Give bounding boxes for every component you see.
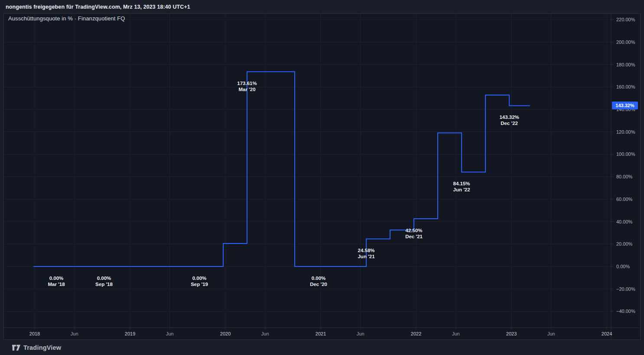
time-axis-tick: 2024 — [602, 331, 612, 337]
time-axis-tick: 2022 — [411, 331, 421, 337]
chart-pane[interactable] — [3, 13, 611, 328]
price-axis-tick: 180.00% — [616, 62, 635, 68]
topbar-attribution-text: nongentis freigegeben für TradingView.co… — [6, 4, 190, 10]
current-value-text: 143.32% — [615, 103, 634, 108]
price-axis-tick: 200.00% — [616, 39, 635, 45]
footer-brand-text: TradingView — [23, 344, 61, 351]
tradingview-logo-icon — [12, 345, 20, 351]
price-axis-tick: 120.00% — [616, 129, 635, 135]
price-axis-tick: 160.00% — [616, 84, 635, 90]
time-axis-tick: 2020 — [220, 331, 231, 337]
time-axis-tick: 2023 — [506, 331, 517, 337]
price-axis-tick: 100.00% — [616, 151, 635, 157]
price-axis-tick: −40.00% — [616, 308, 635, 314]
price-axis-tick: 0.00% — [616, 263, 630, 270]
time-axis-tick: Jun — [452, 331, 460, 337]
price-axis-tick: 40.00% — [616, 219, 632, 225]
topbar: nongentis freigegeben für TradingView.co… — [0, 0, 644, 13]
price-axis-tick: 80.00% — [616, 174, 632, 180]
price-axis-tick: 220.00% — [616, 16, 635, 23]
time-axis-tick: 2018 — [29, 331, 40, 337]
time-axis-tick: Jun — [261, 331, 269, 337]
price-axis-tick: 60.00% — [616, 196, 632, 202]
price-axis-tick: −20.00% — [616, 286, 635, 292]
time-axis-tick: Jun — [547, 331, 555, 337]
current-value-badge: 143.32% — [612, 102, 638, 109]
price-axis-tick: 20.00% — [616, 241, 632, 247]
footer[interactable]: TradingView — [12, 343, 61, 352]
time-axis-tick: Jun — [357, 331, 364, 337]
time-axis-tick: 2019 — [125, 331, 135, 337]
time-axis-tick: Jun — [71, 331, 78, 337]
time-axis-tick: 2021 — [315, 331, 326, 337]
time-axis-tick: Jun — [166, 331, 174, 337]
